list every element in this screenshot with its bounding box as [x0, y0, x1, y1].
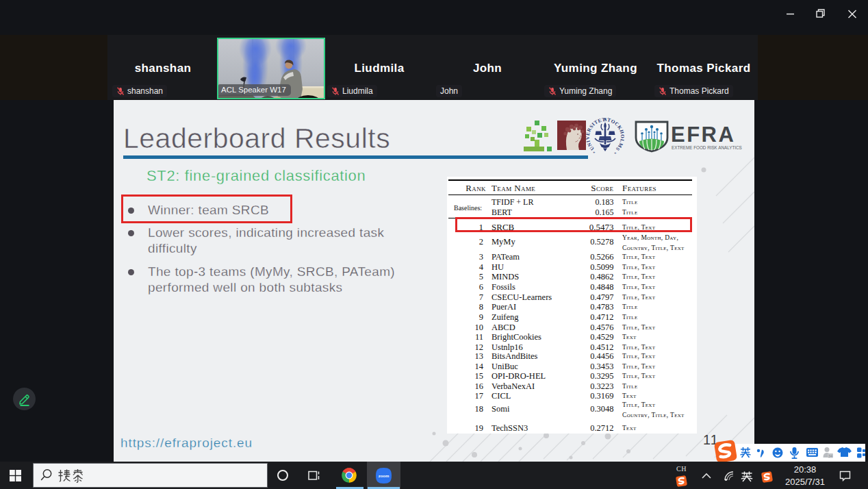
svg-text:+: +: [614, 151, 617, 155]
svg-text:EFRA: EFRA: [671, 123, 735, 147]
svg-text:34: 34: [828, 454, 832, 458]
svg-text:zoom: zoom: [379, 474, 390, 478]
svg-text:✦: ✦: [603, 118, 607, 121]
svg-text:EXTREME FOOD RISK ANALYTICS: EXTREME FOOD RISK ANALYTICS: [672, 145, 742, 150]
svg-text:+: +: [593, 150, 596, 154]
